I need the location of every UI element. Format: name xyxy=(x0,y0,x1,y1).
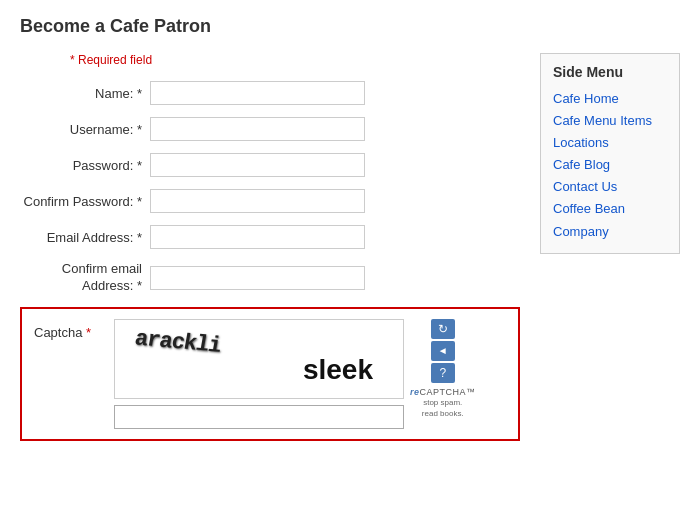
captcha-section: Captcha * arackli sleek ↻ xyxy=(20,307,520,441)
page-title: Become a Cafe Patron xyxy=(20,16,680,37)
sidebar-link-cafe-menu-items[interactable]: Cafe Menu Items xyxy=(553,110,667,132)
recaptcha-tagline: stop spam. read books. xyxy=(422,397,464,419)
recaptcha-brand-block: ↻ ◄ ? reCAPTCHA™ xyxy=(410,319,476,419)
required-note: * Required field xyxy=(70,53,520,67)
email-label: Email Address: * xyxy=(20,230,150,245)
main-form-area: * Required field Name: * Username: * Pas… xyxy=(20,53,520,441)
sidebar-link-cafe-blog[interactable]: Cafe Blog xyxy=(553,154,667,176)
sidebar-link-cafe-home[interactable]: Cafe Home xyxy=(553,88,667,110)
name-row: Name: * xyxy=(20,81,520,105)
username-row: Username: * xyxy=(20,117,520,141)
refresh-icon: ↻ xyxy=(438,322,448,336)
side-menu-title: Side Menu xyxy=(553,64,667,80)
sidebar-link-coffee-bean-company[interactable]: Coffee Bean Company xyxy=(553,198,667,242)
recaptcha-audio-button[interactable]: ◄ xyxy=(431,341,455,361)
email-row: Email Address: * xyxy=(20,225,520,249)
captcha-image: arackli sleek xyxy=(114,319,404,399)
help-icon: ? xyxy=(439,366,446,380)
captcha-word1: arackli xyxy=(133,326,223,358)
username-input[interactable] xyxy=(150,117,365,141)
recaptcha-logo-text: reCAPTCHA™ xyxy=(410,387,476,397)
password-row: Password: * xyxy=(20,153,520,177)
password-input[interactable] xyxy=(150,153,365,177)
email-input[interactable] xyxy=(150,225,365,249)
password-label: Password: * xyxy=(20,158,150,173)
confirm-password-label: Confirm Password: * xyxy=(20,194,150,209)
confirm-email-input[interactable] xyxy=(150,266,365,290)
captcha-input[interactable] xyxy=(114,405,404,429)
username-label: Username: * xyxy=(20,122,150,137)
recaptcha-help-button[interactable]: ? xyxy=(431,363,455,383)
name-label: Name: * xyxy=(20,86,150,101)
confirm-email-label: Confirm emailAddress: * xyxy=(20,261,150,295)
confirm-email-row: Confirm emailAddress: * xyxy=(20,261,520,295)
sidebar-link-locations[interactable]: Locations xyxy=(553,132,667,154)
name-input[interactable] xyxy=(150,81,365,105)
confirm-password-input[interactable] xyxy=(150,189,365,213)
side-menu: Side Menu Cafe Home Cafe Menu Items Loca… xyxy=(540,53,680,441)
sidebar-link-contact-us[interactable]: Contact Us xyxy=(553,176,667,198)
side-menu-box: Side Menu Cafe Home Cafe Menu Items Loca… xyxy=(540,53,680,254)
captcha-word2: sleek xyxy=(303,354,373,386)
captcha-images-and-input: arackli sleek xyxy=(114,319,404,429)
captcha-box: arackli sleek ↻ ◄ xyxy=(114,319,506,429)
recaptcha-buttons: ↻ ◄ ? xyxy=(431,319,455,383)
recaptcha-refresh-button[interactable]: ↻ xyxy=(431,319,455,339)
audio-icon: ◄ xyxy=(438,345,448,356)
confirm-password-row: Confirm Password: * xyxy=(20,189,520,213)
recaptcha-container: arackli sleek ↻ ◄ xyxy=(114,319,506,429)
captcha-label: Captcha * xyxy=(34,319,104,340)
